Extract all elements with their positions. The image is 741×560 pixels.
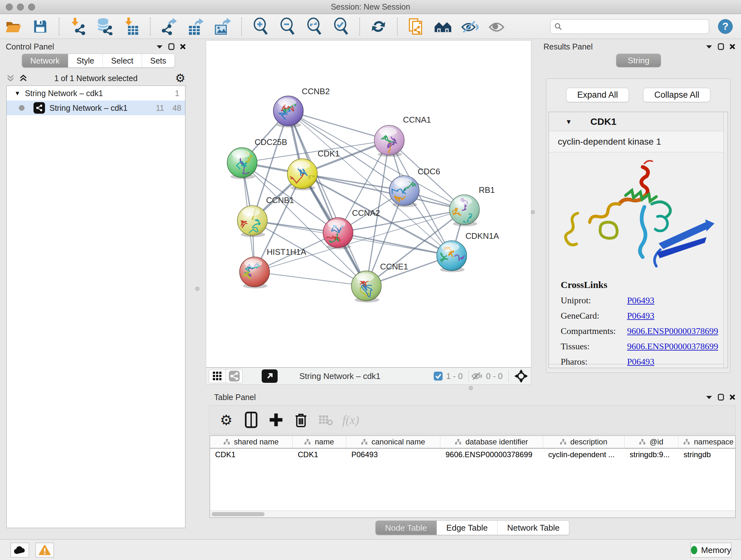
- node-label-CCNE1: CCNE1: [380, 262, 408, 271]
- zoom-selected-button[interactable]: [332, 17, 350, 36]
- export-image-button[interactable]: [214, 17, 232, 36]
- panel-close-icon[interactable]: [729, 394, 736, 400]
- tab-style[interactable]: Style: [68, 54, 103, 67]
- tab-select[interactable]: Select: [103, 54, 141, 67]
- panel-float-icon[interactable]: [168, 43, 175, 50]
- delete-table-button[interactable]: [316, 410, 336, 430]
- network-options-gear-icon[interactable]: ⚙: [175, 71, 185, 85]
- table-cell: stringdb: [678, 449, 739, 461]
- network-canvas[interactable]: CCNB2CCNA1CDC25BCDK1CDC6RB1CCNB1CCNA2CDK…: [206, 40, 531, 368]
- tab-sets[interactable]: Sets: [142, 54, 175, 67]
- network-collection-row[interactable]: ▾ String Network – cdk1 1: [7, 86, 185, 101]
- export-table-button[interactable]: [187, 17, 205, 36]
- panel-float-icon[interactable]: [718, 394, 724, 401]
- expand-all-button[interactable]: Expand All: [566, 88, 629, 102]
- crosslink-label: GeneCard:: [561, 311, 627, 321]
- memory-button[interactable]: Memory: [690, 543, 731, 557]
- panel-close-icon[interactable]: [180, 44, 186, 50]
- grid-view-button[interactable]: [209, 369, 226, 383]
- expand-all-chevron-icon[interactable]: [19, 74, 27, 82]
- collapse-all-button[interactable]: Collapse All: [643, 88, 711, 102]
- panel-menu-icon[interactable]: [705, 395, 713, 399]
- selected-checkbox-icon[interactable]: [433, 371, 443, 381]
- create-column-button[interactable]: [266, 410, 286, 430]
- search-input[interactable]: [565, 21, 705, 31]
- column-header-description[interactable]: description: [543, 436, 624, 448]
- node-CCNA1[interactable]: [374, 125, 404, 161]
- edge-CCNA2-CDKN1A[interactable]: [338, 233, 452, 256]
- panel-menu-icon[interactable]: [705, 44, 713, 49]
- panel-float-icon[interactable]: [718, 43, 724, 50]
- show-all-levels-button[interactable]: [434, 17, 452, 36]
- node-CDKN1A[interactable]: [437, 241, 469, 272]
- detach-view-button[interactable]: [262, 369, 278, 383]
- column-header-canonical-name[interactable]: canonical name: [346, 436, 441, 448]
- center-view-crosshair-icon[interactable]: [515, 369, 528, 383]
- table-cell: CDK1: [293, 449, 346, 461]
- results-vertical-scrollbar[interactable]: [724, 112, 728, 368]
- tab-network-table[interactable]: Network Table: [497, 521, 569, 535]
- tree-expander-icon[interactable]: ▾: [16, 89, 19, 98]
- tab-node-table[interactable]: Node Table: [376, 521, 436, 535]
- edge-CCNE1-HIST1H1A[interactable]: [255, 272, 366, 286]
- delete-columns-button[interactable]: [291, 410, 311, 430]
- crosslink-link[interactable]: P06493: [627, 295, 655, 306]
- warnings-button[interactable]: [36, 543, 54, 557]
- column-header-namespace[interactable]: namespace: [678, 436, 735, 448]
- edge-CCNB2-CCNA1[interactable]: [288, 111, 389, 140]
- show-columns-button[interactable]: [241, 410, 261, 430]
- zoom-in-button[interactable]: [252, 17, 269, 36]
- import-network-button[interactable]: [69, 17, 87, 36]
- table-settings-button[interactable]: ⚙: [216, 410, 236, 430]
- network-graph[interactable]: CCNB2CCNA1CDC25BCDK1CDC6RB1CCNB1CCNA2CDK…: [206, 41, 531, 367]
- node-HIST1H1A[interactable]: [236, 257, 269, 289]
- panel-menu-icon[interactable]: [156, 44, 163, 49]
- protein-details-scroll[interactable]: ▾ CDK1 cyclin-dependent kinase 1: [549, 112, 728, 368]
- table-horizontal-scrollbar[interactable]: [210, 510, 735, 517]
- table-row[interactable]: CDK1CDK1P064939606.ENSP00000378699cyclin…: [210, 449, 735, 461]
- copy-style-button[interactable]: [407, 17, 425, 36]
- show-hidden-button[interactable]: [488, 17, 506, 36]
- protein-header-row[interactable]: ▾ CDK1: [549, 112, 728, 131]
- column-header-@id[interactable]: @id: [624, 436, 678, 448]
- import-table-button[interactable]: [123, 17, 140, 36]
- scrollbar-thumb[interactable]: [212, 512, 265, 516]
- save-session-button[interactable]: [31, 17, 49, 36]
- hide-selected-button[interactable]: [461, 17, 479, 36]
- cloud-status-button[interactable]: [10, 543, 29, 557]
- open-session-button[interactable]: [4, 17, 22, 36]
- refresh-view-button[interactable]: [369, 17, 387, 36]
- node-CCNE1[interactable]: [351, 271, 381, 307]
- right-splitter-handle[interactable]: [531, 210, 535, 214]
- node-CDC6[interactable]: [389, 176, 419, 207]
- zoom-fit-button[interactable]: [305, 17, 323, 36]
- help-button[interactable]: ?: [718, 19, 733, 34]
- function-builder-button[interactable]: f(x): [341, 410, 360, 430]
- crosslink-link[interactable]: P06493: [627, 311, 655, 321]
- crosslink-link[interactable]: 9606.ENSP00000378699: [627, 326, 718, 336]
- collapse-all-chevron-icon[interactable]: [6, 74, 15, 82]
- export-network-button[interactable]: [160, 17, 178, 36]
- node-RB1[interactable]: [450, 195, 480, 229]
- collapse-section-icon[interactable]: ▾: [567, 117, 570, 126]
- column-header-shared-name[interactable]: shared name: [210, 436, 293, 448]
- column-header-name[interactable]: name: [293, 436, 346, 448]
- import-network-from-database-button[interactable]: [96, 17, 114, 36]
- crosslink-link[interactable]: P06493: [627, 357, 655, 367]
- network-row-selected[interactable]: String Network – cdk1 11 48: [7, 101, 185, 115]
- tab-edge-table[interactable]: Edge Table: [436, 521, 497, 535]
- left-splitter-handle[interactable]: [195, 287, 199, 291]
- column-header-database-identifier[interactable]: database identifier: [441, 436, 543, 448]
- crosslink-link[interactable]: 9606.ENSP00000378699: [627, 341, 718, 352]
- panel-close-icon[interactable]: [729, 44, 736, 50]
- node-label-CCNB2: CCNB2: [301, 87, 330, 96]
- network-view-mode-button[interactable]: [226, 369, 242, 383]
- tab-network[interactable]: Network: [22, 54, 68, 67]
- column-header-label: name: [315, 437, 334, 446]
- bottom-splitter-handle[interactable]: [469, 386, 473, 390]
- node-CCNB1[interactable]: [238, 202, 267, 237]
- search-box[interactable]: [550, 19, 709, 34]
- node-CDC25B[interactable]: [227, 147, 257, 179]
- tab-string[interactable]: String: [616, 54, 661, 67]
- zoom-out-button[interactable]: [278, 17, 296, 36]
